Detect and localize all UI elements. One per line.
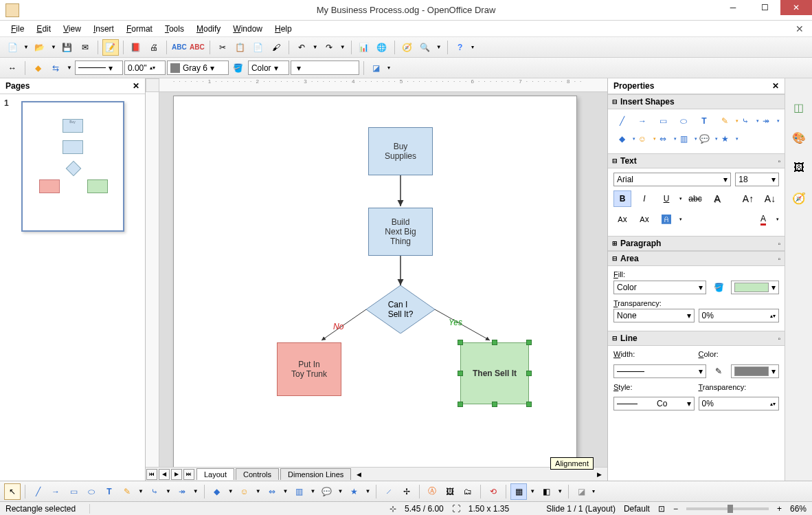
underline-button[interactable]: U [657, 190, 675, 207]
line-transparency-input[interactable]: 0%▴▾ [699, 397, 780, 410]
selection-handle[interactable] [492, 340, 497, 345]
line-more-icon[interactable]: ▫ [778, 335, 780, 342]
section-paragraph[interactable]: ⊞Paragraph▫ [608, 236, 785, 251]
font-size-combo[interactable]: 18▾ [735, 173, 779, 186]
zoom-slider[interactable] [686, 507, 769, 510]
tab-controls[interactable]: Controls [236, 468, 279, 480]
line-color-select[interactable]: ▾ [731, 364, 779, 378]
export-pdf-button[interactable]: 📕 [128, 39, 144, 56]
shape-rect-icon[interactable]: ▭ [655, 113, 671, 129]
selection-handle[interactable] [492, 402, 497, 407]
redo-button[interactable]: ↷ [321, 39, 337, 56]
shape-curve-icon[interactable]: ✎▾ [717, 113, 733, 129]
sidebar-navigator-icon[interactable]: 🧭 [791, 190, 807, 206]
shape-lines-arrows-icon[interactable]: ↠▾ [758, 113, 774, 129]
shape-arrow-icon[interactable]: → [634, 113, 651, 129]
menu-insert[interactable]: Insert [88, 22, 120, 36]
navigator-button[interactable]: 🧭 [399, 39, 416, 56]
arrow-ends-button[interactable]: ⇆ [47, 60, 64, 76]
hyperlink-button[interactable]: 🌐 [374, 39, 390, 56]
arrange-button[interactable]: ◧ [538, 483, 554, 500]
menu-tools[interactable]: Tools [159, 22, 190, 36]
line-endstyle1-button[interactable]: ◆ [30, 60, 46, 76]
shadow-button[interactable]: ◪ [368, 60, 385, 76]
menu-window[interactable]: Window [227, 22, 268, 36]
tab-layout[interactable]: Layout [196, 468, 234, 480]
page-thumbnail-1[interactable]: 1 Buy [0, 94, 145, 239]
decrease-font-button[interactable]: A↓ [761, 190, 779, 207]
bold-button[interactable]: B [613, 190, 631, 207]
menu-file[interactable]: File [5, 22, 30, 36]
toolbar2-overflow[interactable]: ▾ [386, 65, 392, 71]
text-tool-button[interactable]: T [101, 483, 117, 500]
flowcharts-button[interactable]: ▥ [291, 483, 308, 500]
subscript-button[interactable]: Ax [635, 211, 653, 228]
line-color-combo[interactable]: Gray 6▾ [167, 61, 229, 75]
from-file-button[interactable]: 🖼 [442, 483, 458, 500]
close-button[interactable]: ✕ [780, 0, 812, 15]
basic-shapes-button[interactable]: ◆ [209, 483, 225, 500]
flowchart-box-sell-it[interactable]: Then Sell It [460, 342, 529, 404]
line-style-combo[interactable]: ▾ [75, 61, 123, 75]
menu-view[interactable]: View [58, 22, 87, 36]
selection-handle[interactable] [458, 402, 463, 407]
transparency-value-input[interactable]: 0%▴▾ [699, 309, 780, 322]
shape-basic-icon[interactable]: ◆▾ [613, 131, 630, 146]
pages-panel-close-icon[interactable]: ✕ [133, 81, 139, 91]
maximize-button[interactable]: ☐ [749, 0, 780, 15]
alignment-button[interactable]: ▦ [510, 483, 527, 500]
shape-text-icon[interactable]: T [696, 113, 712, 129]
flowchart-box-build[interactable]: Build Next Big Thing [368, 208, 433, 256]
glue-points-button[interactable]: ✢ [398, 483, 415, 500]
canvas-scroll[interactable]: Buy Supplies Build Next Big Thing Can I … [159, 92, 607, 467]
shape-line-icon[interactable]: ╱ [613, 113, 630, 129]
shape-ellipse-icon[interactable]: ⬭ [675, 113, 692, 129]
line-style-select[interactable]: Co▾ [613, 397, 695, 410]
cut-button[interactable]: ✂ [214, 39, 231, 56]
print-button[interactable]: 🖨 [146, 39, 162, 56]
flowchart-box-toy-trunk[interactable]: Put In Toy Trunk [277, 342, 341, 396]
shadow-text-button[interactable]: A [708, 190, 726, 207]
copy-button[interactable]: 📋 [232, 39, 249, 56]
draw-toolbar-overflow[interactable]: ▾ [591, 488, 596, 494]
open-dropdown[interactable]: ▼ [49, 44, 58, 50]
tab-next-icon[interactable]: ▶ [171, 469, 182, 480]
paste-button[interactable]: 📄 [250, 39, 267, 56]
menu-help[interactable]: Help [269, 22, 297, 36]
shape-connector-icon[interactable]: ⤷▾ [737, 113, 754, 129]
tab-dimension-lines[interactable]: Dimension Lines [280, 468, 351, 480]
sidebar-gallery-icon[interactable]: 🖼 [791, 160, 807, 176]
tab-prev-icon[interactable]: ◀ [159, 469, 170, 480]
new-button[interactable]: 📄 [4, 39, 21, 56]
block-arrows-button[interactable]: ⇔ [264, 483, 280, 500]
autospell-button[interactable]: ABC [189, 39, 205, 56]
tab-first-icon[interactable]: ⏮ [146, 469, 157, 480]
fontwork-button[interactable]: Ⓐ [424, 483, 440, 500]
redo-dropdown[interactable]: ▼ [339, 44, 347, 50]
superscript-button[interactable]: Ax [613, 211, 631, 228]
fill-type-combo[interactable]: Color▾ [248, 61, 289, 75]
highlight-button[interactable]: 🅰 [657, 211, 675, 228]
section-insert-shapes[interactable]: ⊟Insert Shapes [608, 94, 785, 109]
italic-button[interactable]: I [635, 190, 653, 207]
selection-handle[interactable] [526, 402, 532, 407]
connector-tool-button[interactable]: ⤷ [146, 483, 163, 500]
curve-tool-button[interactable]: ✎ [119, 483, 135, 500]
lines-arrows-tool-button[interactable]: ↠ [174, 483, 190, 500]
font-name-combo[interactable]: Arial▾ [613, 173, 731, 186]
section-text[interactable]: ⊟Text▫ [608, 153, 785, 168]
new-dropdown[interactable]: ▼ [22, 44, 30, 50]
drawing-page[interactable]: Buy Supplies Build Next Big Thing Can I … [173, 96, 577, 467]
tab-last-icon[interactable]: ⏭ [183, 469, 194, 480]
fill-color-select[interactable]: ▾ [731, 281, 779, 294]
help-button[interactable]: ? [452, 39, 469, 56]
transparency-type-select[interactable]: None▾ [613, 309, 695, 322]
arrow-tool-button[interactable]: → [47, 483, 64, 500]
rotate-button[interactable]: ⟲ [485, 483, 501, 500]
shape-callout-icon[interactable]: 💬▾ [696, 131, 712, 146]
undo-dropdown[interactable]: ▼ [311, 44, 319, 50]
area-more-icon[interactable]: ▫ [778, 255, 780, 263]
points-button[interactable]: ⟋ [381, 483, 397, 500]
gallery2-button[interactable]: 🗂 [460, 483, 476, 500]
email-button[interactable]: ✉ [77, 39, 93, 56]
